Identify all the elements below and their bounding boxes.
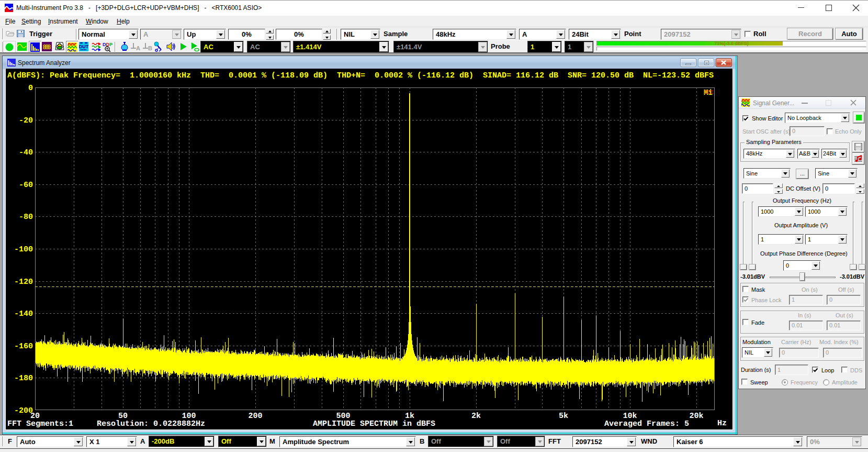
svg-text:DUT: DUT <box>79 44 89 49</box>
svg-text:-40: -40 <box>19 148 33 157</box>
svg-text:-120: -120 <box>14 278 33 286</box>
svg-text:-160: -160 <box>14 342 33 351</box>
svg-text:Averaged Frames: 5: Averaged Frames: 5 <box>604 420 689 428</box>
svg-text:2k: 2k <box>471 412 481 421</box>
svg-text:Resolution: 0.0228882Hz: Resolution: 0.0228882Hz <box>97 420 205 428</box>
svg-text:-60: -60 <box>19 181 33 190</box>
svg-text:Mi: Mi <box>704 89 713 97</box>
svg-text:0: 0 <box>28 84 33 93</box>
svg-text:20k: 20k <box>689 412 703 421</box>
svg-text:B: B <box>148 45 152 51</box>
svg-text:-20: -20 <box>19 116 33 125</box>
svg-text:888: 888 <box>43 44 51 51</box>
svg-text:-140: -140 <box>14 310 33 318</box>
svg-text:AMPLITUDE SPECTRUM in dBFS: AMPLITUDE SPECTRUM in dBFS <box>313 420 435 428</box>
svg-text:-80: -80 <box>19 213 33 222</box>
svg-text:-180: -180 <box>14 374 33 383</box>
svg-text:-100: -100 <box>14 245 33 254</box>
svg-text:FFT Segments:1: FFT Segments:1 <box>7 420 73 428</box>
svg-text:A: A <box>136 45 140 51</box>
svg-text:A(dBFS): Peak Frequency= 1.00: A(dBFS): Peak Frequency= 1.0000160 kHz T… <box>7 71 714 80</box>
svg-text:Hz: Hz <box>717 419 727 428</box>
svg-text:5k: 5k <box>559 412 568 421</box>
svg-text:200: 200 <box>248 412 262 421</box>
